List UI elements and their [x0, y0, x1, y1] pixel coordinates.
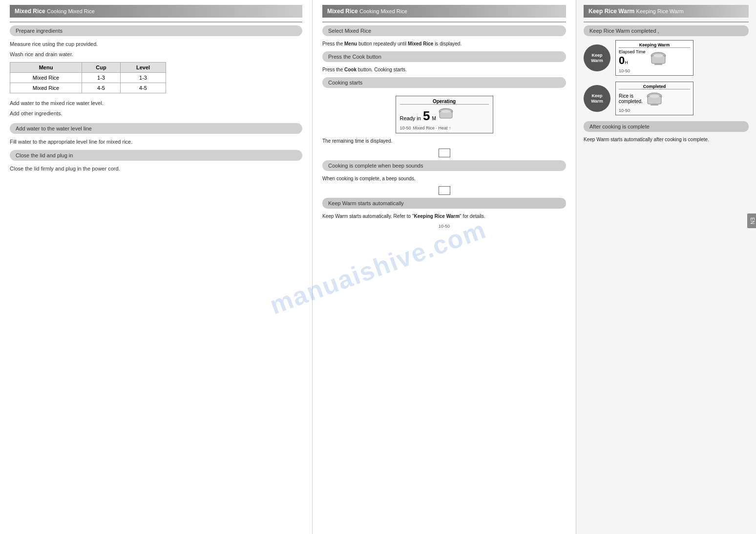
operating-display-container: Operating Ready in 5 M 10-50 Mixed Rice …: [322, 92, 566, 137]
completed-display: Completed Rice is completed. 10-50: [615, 82, 693, 115]
kw-display-content-1: Elapsed Time 0 H: [619, 49, 690, 67]
kw1-tag: 10-50: [619, 68, 690, 73]
operating-title: Operating: [400, 99, 489, 105]
middle-step4-label: Cooking is complete when beep sounds: [328, 163, 423, 169]
left-bar1: Prepare ingredients: [10, 25, 302, 36]
middle-step5-bar: Keep Warm starts automatically: [322, 198, 566, 209]
left-header-bar: Mixed Rice Cooking Mixed Rice: [10, 5, 302, 18]
kw-illustration-1: Keep Warm Keeping Warm Elapsed Time 0 H: [584, 40, 749, 76]
operating-tag: 10-50 Mixed Rice · Heat ↑: [400, 126, 489, 130]
small-square2-box: [439, 186, 450, 195]
left-bar2-label: Add water to the water level line: [16, 126, 92, 131]
right-top-bar-label: Keep Rice Warm completed ,: [589, 28, 659, 34]
table-row: Mixed Rice 4-5 4-5: [10, 83, 166, 93]
middle-step2-label: Press the Cook button: [328, 54, 381, 60]
kw-display-1: Keeping Warm Elapsed Time 0 H: [615, 40, 693, 76]
svg-point-2: [441, 110, 451, 113]
kw-btn-line2: Warm: [591, 58, 603, 64]
step-text1: The remaining time is displayed.: [322, 137, 566, 145]
svg-point-9: [650, 95, 659, 98]
operating-number: 5: [423, 108, 430, 124]
middle-step5-text: Keep Warm starts automatically. Refer to…: [322, 213, 566, 220]
kw-button-2: Keep Warm: [584, 85, 610, 112]
right-tab: EN: [747, 214, 756, 228]
menu-label: Mixed Rice · Heat ↑: [413, 126, 451, 130]
middle-step3-label: Cooking starts: [328, 80, 362, 85]
left-bar1-label: Prepare ingredients: [16, 28, 63, 34]
right-panel: Keep Rice Warm Keeping Rice Warm Keep Ri…: [576, 0, 756, 534]
kw-unit: H: [625, 60, 628, 65]
middle-top-divider: [322, 21, 566, 22]
right-bottom-bar-label: After cooking is complete: [589, 124, 650, 129]
right-header-title: Keep Rice Warm: [588, 8, 634, 15]
left-bar2: Add water to the water level line: [10, 123, 302, 134]
kw-btn-line1: Keep: [591, 53, 602, 58]
left-text1: Measure rice using the cup provided. Was…: [10, 40, 302, 58]
tag-value: 10-50: [400, 126, 411, 130]
kw-btn2-line2: Warm: [591, 99, 603, 104]
middle-step5-label: Keep Warm starts automatically: [328, 200, 404, 206]
middle-step2-text: Press the Cook button. Cooking starts.: [322, 66, 566, 73]
table-cell-level-1: 1-3: [121, 73, 166, 83]
table-header-level: Level: [121, 63, 166, 73]
middle-step4-bar: Cooking is complete when beep sounds: [322, 160, 566, 171]
left-text2-p1: Add water to the mixed rice water level.: [10, 99, 302, 107]
right-top-bar: Keep Rice Warm completed ,: [584, 25, 749, 36]
table-row: Mixed Rice 1-3 1-3: [10, 73, 166, 83]
middle-step1-label: Select Mixed Rice: [328, 28, 371, 34]
right-header-bar: Keep Rice Warm Keeping Rice Warm: [584, 5, 749, 18]
table-cell-level-2: 4-5: [121, 83, 166, 93]
kw-btn2-line1: Keep: [591, 93, 602, 99]
completed-text2: completed.: [619, 99, 643, 104]
middle-step2-bar: Press the Cook button: [322, 51, 566, 62]
middle-step4-text: When cooking is complete, a beep sounds.: [322, 175, 566, 182]
table-cell-menu-1: Mixed Rice: [10, 73, 82, 83]
kw2-tag: 10-50: [619, 108, 690, 113]
middle-step3-bar: Cooking starts: [322, 77, 566, 88]
left-text1-p1: Measure rice using the cup provided.: [10, 40, 302, 48]
table-cell-cup-2: 4-5: [82, 83, 121, 93]
left-header-title: Mixed Rice: [15, 8, 45, 15]
kw-elapsed-value: 0 H: [619, 54, 646, 67]
left-table: Menu Cup Level Mixed Rice 1-3 1-3 Mixed …: [10, 62, 166, 93]
operating-unit: M: [432, 116, 436, 121]
completed-title: Completed: [619, 84, 690, 89]
svg-rect-10: [651, 104, 658, 106]
tag2-container: 10-50: [322, 224, 566, 229]
table-header-cup: Cup: [82, 63, 121, 73]
small-square-box: [439, 149, 450, 157]
right-text-after-p: Keep Warm starts automatically after coo…: [584, 136, 749, 143]
page-container: Mixed Rice Cooking Mixed Rice Prepare in…: [0, 0, 756, 534]
table-cell-menu-2: Mixed Rice: [10, 83, 82, 93]
right-text-after: Keep Warm starts automatically after coo…: [584, 136, 749, 143]
kw-elapsed-label: Elapsed Time: [619, 49, 646, 54]
kw-illustration-2: Keep Warm Completed Rice is completed.: [584, 82, 749, 115]
left-bar3-label: Close the lid and plug in: [16, 152, 73, 158]
middle-header-title: Mixed Rice: [327, 8, 358, 15]
step-text2: When cooking is complete, a beep sounds.: [322, 175, 566, 182]
kw-number: 0: [619, 54, 625, 67]
svg-point-5: [653, 54, 663, 58]
kw-display-title-1: Keeping Warm: [619, 43, 690, 48]
small-square2-container: [322, 186, 566, 195]
table-cell-cup-1: 1-3: [82, 73, 121, 83]
middle-panel: Mixed Rice Cooking Mixed Rice Select Mix…: [313, 0, 576, 534]
tag2-value: 10-50: [439, 224, 450, 229]
middle-step1-bar: Select Mixed Rice: [322, 25, 566, 36]
kw2-cooker-icon: [646, 91, 663, 107]
kw-elapsed-col: Elapsed Time 0 H: [619, 49, 646, 67]
ready-in-label: Ready in: [400, 115, 421, 121]
middle-header-bar: Mixed Rice Cooking Mixed Rice: [322, 5, 566, 18]
left-bar3: Close the lid and plug in: [10, 150, 302, 161]
left-text2: Add water to the mixed rice water level.…: [10, 99, 302, 117]
middle-step1-text: Press the Menu button repeatedly until M…: [322, 40, 566, 47]
right-bottom-bar: After cooking is complete: [584, 121, 749, 132]
right-top-divider: [584, 21, 749, 22]
operating-row: Ready in 5 M: [400, 107, 489, 124]
svg-rect-6: [654, 64, 662, 65]
left-text1-p2: Wash rice and drain water.: [10, 50, 302, 59]
kw-button-1: Keep Warm: [584, 44, 610, 71]
left-header-sub: Cooking Mixed Rice: [47, 8, 95, 14]
operating-display: Operating Ready in 5 M 10-50 Mixed Rice …: [396, 96, 493, 133]
right-tab-label: EN: [750, 217, 755, 224]
